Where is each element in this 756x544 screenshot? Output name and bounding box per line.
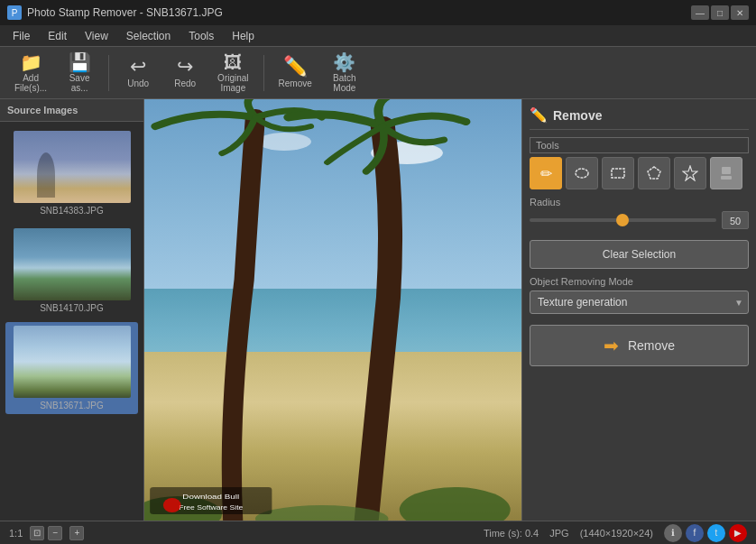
source-item-snb14170[interactable]: SNB14170.JPG — [5, 225, 138, 317]
svg-marker-9 — [648, 167, 660, 179]
radius-slider[interactable] — [530, 218, 716, 222]
svg-rect-11 — [722, 167, 731, 174]
radius-value: 50 — [722, 211, 749, 229]
remove-button-label: Remove — [628, 338, 675, 353]
zoom-control: ⊡ − — [30, 526, 62, 540]
radius-label: Radius — [530, 197, 749, 207]
toolbox-title-text: Remove — [553, 108, 602, 123]
youtube-icon[interactable]: ▶ — [729, 524, 747, 542]
app-title: Photo Stamp Remover - SNB13671.JPG — [27, 6, 691, 19]
menu-selection[interactable]: Selection — [117, 25, 180, 46]
toolbar: 📁 AddFile(s)... 💾 Saveas... ↩ Undo ↪ Red… — [0, 47, 756, 99]
radius-section: Radius 50 — [530, 197, 749, 229]
title-controls: — □ ✕ — [691, 5, 749, 20]
batch-mode-button[interactable]: ⚙️ BatchMode — [323, 51, 366, 96]
social-icons: ℹ f t ▶ — [664, 524, 747, 542]
redo-icon: ↪ — [177, 57, 193, 77]
tools-row: ✏ — [530, 157, 749, 189]
tools-label: Tools — [530, 137, 749, 153]
status-right: Time (s): 0.4 JPG (1440×1920×24) ℹ f t ▶ — [484, 524, 747, 542]
mode-select[interactable]: Texture generation Content-aware Inpaint… — [530, 290, 749, 314]
toolbar-separator-1 — [108, 55, 109, 91]
menu-file[interactable]: File — [4, 25, 39, 46]
palm-trees-overlay: Download Bull Free Software Site — [144, 99, 521, 521]
svg-point-7 — [576, 169, 588, 178]
clear-selection-button[interactable]: Clear Selection — [530, 240, 749, 269]
svg-text:Download Bull: Download Bull — [182, 493, 239, 501]
time-info: Time (s): 0.4 — [484, 528, 539, 539]
toolbar-separator-2 — [263, 55, 264, 91]
close-button[interactable]: ✕ — [731, 5, 749, 20]
menu-edit[interactable]: Edit — [39, 25, 76, 46]
undo-button[interactable]: ↩ Undo — [116, 51, 160, 96]
canvas-area[interactable]: Download Bull Free Software Site — [144, 99, 521, 521]
fit-view-button[interactable]: ⊡ — [30, 526, 44, 540]
maximize-button[interactable]: □ — [711, 5, 729, 20]
zoom-level: 1:1 — [9, 528, 23, 539]
batch-mode-icon: ⚙️ — [333, 53, 355, 71]
pen-tool-button[interactable]: ✏ — [530, 157, 562, 189]
info-button[interactable]: ℹ — [664, 524, 682, 542]
title-bar: P Photo Stamp Remover - SNB13671.JPG — □… — [0, 0, 756, 25]
source-item-snb13671[interactable]: SNB13671.JPG — [5, 322, 138, 414]
source-panel: Source Images SNB14383.JPG SNB14170.JPG … — [0, 99, 144, 521]
menu-help[interactable]: Help — [223, 25, 263, 46]
thumbnail-snb14170 — [14, 228, 131, 300]
remove-button-icon: ➡ — [604, 335, 619, 356]
source-label-snb14170: SNB14170.JPG — [40, 303, 104, 313]
remove-tool-icon: ✏️ — [283, 57, 308, 77]
star-select-tool-button[interactable] — [674, 157, 706, 189]
source-label-snb14383: SNB14383.JPG — [40, 206, 104, 216]
radius-row: 50 — [530, 211, 749, 229]
menu-bar: File Edit View Selection Tools Help — [0, 25, 756, 47]
save-as-button[interactable]: 💾 Saveas... — [58, 51, 101, 96]
rect-select-tool-button[interactable] — [602, 157, 634, 189]
source-panel-header: Source Images — [0, 99, 143, 122]
remove-tool-button[interactable]: ✏️ Remove — [272, 51, 319, 96]
beach-scene: Download Bull Free Software Site — [144, 99, 521, 521]
minimize-button[interactable]: — — [691, 5, 709, 20]
menu-view[interactable]: View — [76, 25, 117, 46]
svg-marker-10 — [683, 166, 697, 180]
mode-label: Object Removing Mode — [530, 276, 749, 287]
menu-tools[interactable]: Tools — [180, 25, 223, 46]
svg-point-6 — [163, 498, 181, 512]
svg-rect-8 — [612, 169, 624, 178]
undo-icon: ↩ — [130, 57, 146, 77]
toolbox-panel: ✏️ Remove Tools ✏ — [521, 99, 756, 521]
toolbox-title-icon: ✏️ — [530, 106, 548, 124]
thumbnail-snb14383 — [14, 131, 131, 203]
source-label-snb13671: SNB13671.JPG — [40, 401, 104, 410]
add-files-icon: 📁 — [20, 53, 42, 71]
facebook-icon[interactable]: f — [686, 524, 704, 542]
thumbnail-snb13671 — [14, 326, 131, 398]
format-info: JPG — [549, 528, 568, 539]
save-as-icon: 💾 — [69, 53, 91, 71]
main-layout: Source Images SNB14383.JPG SNB14170.JPG … — [0, 99, 756, 521]
toolbox-title: ✏️ Remove — [530, 106, 749, 130]
twitter-icon[interactable]: t — [707, 524, 725, 542]
svg-rect-12 — [721, 176, 732, 180]
remove-button[interactable]: ➡ Remove — [530, 325, 749, 366]
status-bar: 1:1 ⊡ − + Time (s): 0.4 JPG (1440×1920×2… — [0, 521, 756, 544]
svg-text:Free Software Site: Free Software Site — [179, 504, 243, 512]
original-image-button[interactable]: 🖼 OriginalImage — [210, 51, 255, 96]
zoom-in-button[interactable]: + — [69, 526, 84, 540]
app-icon: P — [7, 5, 22, 20]
mode-section: Object Removing Mode Texture generation … — [530, 276, 749, 314]
polygon-select-tool-button[interactable] — [638, 157, 670, 189]
zoom-out-button[interactable]: − — [48, 526, 62, 540]
lasso-tool-button[interactable] — [566, 157, 598, 189]
tools-section: Tools ✏ — [530, 137, 749, 189]
source-panel-body: SNB14383.JPG SNB14170.JPG SNB13671.JPG — [0, 122, 143, 521]
redo-button[interactable]: ↪ Redo — [163, 51, 207, 96]
source-item-snb14383[interactable]: SNB14383.JPG — [5, 127, 138, 219]
original-image-icon: 🖼 — [224, 53, 242, 71]
svg-point-1 — [400, 487, 511, 521]
mode-select-wrapper: Texture generation Content-aware Inpaint… — [530, 290, 749, 314]
add-files-button[interactable]: 📁 AddFile(s)... — [7, 51, 54, 96]
stamp-tool-button[interactable] — [710, 157, 742, 189]
status-left: 1:1 ⊡ − + — [9, 526, 84, 540]
dimensions-info: (1440×1920×24) — [580, 528, 653, 539]
